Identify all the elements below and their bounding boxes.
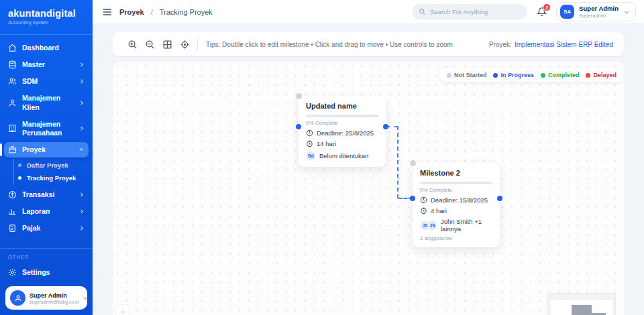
canvas-zoom-in-button[interactable]: +: [115, 304, 130, 315]
sidebar-item-label: Dashboard: [22, 44, 85, 52]
chevron-right-icon: [78, 100, 85, 106]
breadcrumb-proyek[interactable]: Proyek: [119, 8, 144, 16]
sidebar-item-label: Laporan: [22, 207, 73, 216]
status-dot-icon: [493, 73, 498, 78]
sidebar-item-label: SDM: [22, 77, 73, 86]
active-indicator: [0, 143, 2, 156]
assignee-badges: JS JS: [420, 220, 437, 231]
chevron-right-icon: [78, 78, 85, 84]
sidebar-item-transaksi[interactable]: Transaksi: [4, 187, 89, 202]
progress-label: 0% Complete: [420, 187, 492, 193]
sidebar-item-pajak[interactable]: Pajak: [4, 220, 89, 236]
zoom-out-button[interactable]: [141, 36, 158, 53]
duration-row: 14 hari: [306, 140, 378, 147]
main-area: Proyek / Tracking Proyek 2 SA Super Admi…: [93, 0, 644, 315]
duration-row: 4 hari: [420, 207, 492, 214]
sidebar-user-card[interactable]: Super Admin superadmin@kabg.co.id: [5, 286, 87, 310]
sidebar-item-dashboard[interactable]: Dashboard: [4, 40, 89, 56]
sidebar-item-master[interactable]: Master: [4, 57, 89, 72]
sidebar-item-sdm[interactable]: SDM: [4, 74, 89, 89]
sidebar-item-laporan[interactable]: Laporan: [4, 204, 89, 219]
building-icon: [8, 124, 17, 133]
briefcase-icon: [8, 145, 17, 154]
search-input[interactable]: [430, 8, 521, 15]
milestone-card-updated-name[interactable]: Updated name 0% Complete Deadline: 25/8/…: [299, 96, 386, 167]
clock-icon: [306, 129, 313, 137]
sidebar-item-label: Manajemen Klien: [22, 94, 73, 111]
assignee-badge: JS: [427, 220, 437, 231]
sidebar-item-label: Master: [22, 60, 73, 69]
team-note: 2 anggota tim: [420, 235, 492, 241]
chevron-right-icon: [78, 62, 85, 68]
settings-label: Settings: [22, 268, 85, 277]
global-search[interactable]: [412, 4, 527, 19]
progress-bar: [306, 115, 378, 117]
status-dot-icon: [541, 73, 545, 78]
assignee-text: John Smith +1 lainnya: [441, 218, 492, 233]
project-name-link[interactable]: Implementasi Sistem ERP Edited: [515, 41, 613, 48]
bullet-icon: [18, 164, 21, 167]
app-name: akuntandigital: [8, 8, 85, 19]
bar-chart-icon: [8, 207, 17, 216]
deadline-row: Deadline: 15/8/2025: [420, 196, 492, 204]
user-email: superadmin@kabg.co.id: [30, 300, 78, 304]
divider: [197, 38, 198, 50]
chevron-right-icon: [78, 225, 85, 231]
edge-segment: [397, 126, 398, 198]
connector-handle-left[interactable]: [296, 124, 301, 129]
grid-toggle-button[interactable]: [158, 36, 176, 53]
search-icon: [419, 8, 426, 15]
tips-text: Tips: Double click to edit milestone • C…: [206, 41, 453, 48]
node-handle[interactable]: [296, 93, 302, 99]
minimap[interactable]: [547, 293, 616, 315]
user-icon: [8, 99, 17, 107]
minimap-node: [572, 305, 592, 315]
app-tagline: Accounting System: [8, 20, 85, 25]
assignee-row: JS JS John Smith +1 lainnya: [420, 218, 492, 233]
assignee-badge: Bd: [306, 151, 316, 161]
legend-not-started: Not Started: [447, 72, 487, 78]
node-handle[interactable]: [410, 160, 416, 166]
sidebar-item-manajemen-perusahaan[interactable]: Manajemen Perusahaan: [4, 117, 89, 141]
notifications-button[interactable]: 2: [537, 7, 547, 17]
sidebar-subitem-tracking-proyek[interactable]: Tracking Proyek: [14, 172, 89, 184]
timer-icon: [306, 140, 313, 147]
clock-icon: [420, 196, 427, 204]
assignee-row: Bd Belum ditentukan: [306, 151, 378, 161]
canvas-toolbar: Tips: Double click to edit milestone • C…: [113, 32, 624, 56]
timer-icon: [420, 207, 427, 214]
connector-handle-right[interactable]: [383, 124, 388, 129]
zoom-in-button[interactable]: [123, 36, 141, 53]
project-label: Proyek:: [489, 41, 512, 48]
sidebar-item-proyek[interactable]: Proyek: [4, 142, 89, 158]
sidebar-item-settings[interactable]: Settings: [0, 263, 93, 282]
settings-button[interactable]: [176, 36, 193, 53]
deadline-text: Deadline: 15/8/2025: [431, 196, 488, 204]
milestone-title: Updated name: [306, 102, 378, 110]
legend-in-progress: In Progress: [493, 72, 534, 78]
sidebar-item-label: Transaksi: [22, 190, 73, 199]
user-name: Super Admin: [579, 5, 619, 12]
notification-badge: 2: [543, 3, 551, 11]
user-menu[interactable]: SA Super Admin Superadmin: [556, 2, 636, 21]
sidebar-item-label: Manajemen Perusahaan: [22, 120, 73, 137]
deadline-row: Deadline: 25/8/2025: [306, 129, 378, 137]
status-dot-icon: [447, 73, 451, 78]
connector-handle-right[interactable]: [497, 196, 502, 201]
milestone-card-milestone-2[interactable]: Milestone 2 0% Complete Deadline: 15/8/2…: [413, 163, 500, 247]
assignee-badges: Bd: [306, 151, 316, 161]
milestone-canvas[interactable]: Not Started In Progress Completed Delaye…: [113, 62, 624, 315]
users-icon: [8, 77, 17, 86]
sidebar-item-manajemen-klien[interactable]: Manajemen Klien: [4, 90, 89, 115]
divider: [0, 34, 93, 35]
status-dot-icon: [586, 73, 590, 78]
subitem-label: Tracking Proyek: [27, 174, 76, 182]
other-section: OTHER: [0, 248, 93, 263]
connector-handle-left[interactable]: [410, 196, 415, 201]
database-icon: [8, 60, 17, 69]
sidebar-subitem-daftar-proyek[interactable]: Daftar Proyek: [14, 159, 89, 172]
legend-completed: Completed: [541, 72, 580, 78]
bullet-icon: [18, 176, 21, 180]
progress-label: 0% Complete: [306, 120, 378, 126]
hamburger-menu-icon[interactable]: [102, 7, 113, 17]
